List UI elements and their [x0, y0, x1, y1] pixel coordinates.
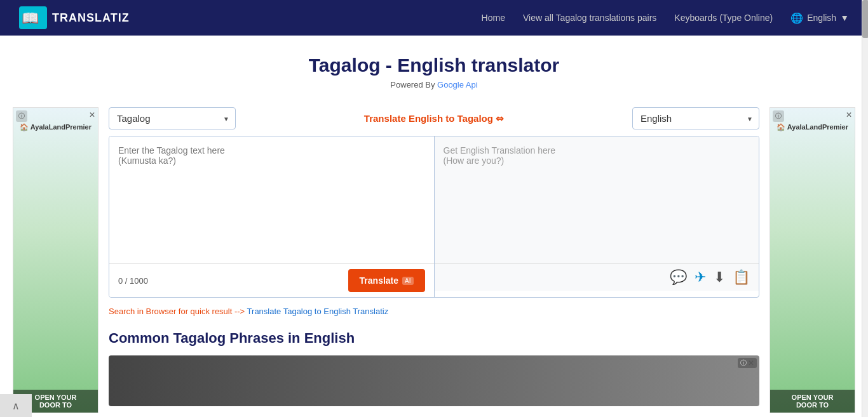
target-area: Get English Translation here(How are you…: [435, 136, 759, 297]
right-ad-text: OPEN YOURDOOR TO: [770, 390, 855, 413]
search-prompt: Search in Browser for quick result --> T…: [109, 307, 759, 316]
source-text-input[interactable]: [109, 136, 434, 263]
translate-button[interactable]: Translate AI: [348, 269, 425, 292]
svg-text:📖: 📖: [22, 10, 39, 27]
common-phrases-title: Common Tagalog Phrases in English: [109, 330, 759, 347]
whatsapp-share-icon[interactable]: 💬: [670, 269, 687, 286]
translator-wrapper: Tagalog English Spanish French Translate…: [98, 107, 770, 406]
telegram-share-icon[interactable]: ✈: [695, 269, 706, 286]
main-content: Tagalog - English translator Powered By …: [0, 36, 868, 417]
source-language-select[interactable]: Tagalog English Spanish French: [109, 107, 236, 129]
right-ad-close-icon[interactable]: ✕: [846, 110, 852, 119]
left-ad-logo: 🏠 AyalaLandPremier: [20, 123, 92, 131]
nav-tagalog-pairs[interactable]: View all Tagalog translations pairs: [523, 13, 656, 23]
nav-links: Home View all Tagalog translations pairs…: [482, 12, 849, 24]
nav-keyboards[interactable]: Keyboards (Type Online): [674, 13, 773, 23]
back-to-top-button[interactable]: ∧: [0, 394, 32, 417]
scrollbar[interactable]: [862, 0, 868, 417]
left-ad-close-icon[interactable]: ✕: [89, 110, 95, 119]
right-ad-info-icon: ⓘ: [775, 112, 782, 121]
target-footer: 💬 ✈ ⬇ 📋: [435, 263, 759, 291]
target-lang-wrapper: English Tagalog Spanish French: [632, 107, 759, 129]
target-language-select[interactable]: English Tagalog Spanish French: [632, 107, 759, 129]
source-lang-wrapper: Tagalog English Spanish French: [109, 107, 236, 129]
target-text-output: Get English Translation here(How are you…: [435, 136, 759, 263]
nav-language-label: English: [807, 13, 836, 23]
right-ad-inner: 🏠 AyalaLandPremier OPEN YOURDOOR TO: [770, 108, 855, 413]
phrases-ad: ⓘ ✕: [109, 355, 759, 406]
phrases-ad-badge: ⓘ ✕: [738, 358, 757, 368]
phrases-ad-info-icon: ⓘ: [740, 359, 747, 367]
page-title: Tagalog - English translator: [13, 55, 855, 76]
copy-icon[interactable]: 📋: [733, 269, 750, 286]
google-api-link[interactable]: Google Api: [437, 80, 478, 89]
translate-button-label: Translate: [360, 275, 398, 286]
target-placeholder: Get English Translation here(How are you…: [444, 145, 556, 166]
source-footer: 0 / 1000 Translate AI: [109, 263, 434, 297]
language-bar: Tagalog English Spanish French Translate…: [109, 107, 759, 129]
search-prompt-text: Search in Browser for quick result -->: [109, 307, 247, 316]
left-ad-info-icon: ⓘ: [18, 112, 25, 121]
right-ad-panel: ⓘ ✕ 🏠 AyalaLandPremier OPEN YOURDOOR TO: [770, 107, 855, 413]
left-ad-inner: 🏠 AyalaLandPremier OPEN YOURDOOR TO: [13, 108, 98, 413]
brand-link[interactable]: 📖 TRANSLATIZ: [19, 6, 130, 29]
translate-direction-label: Translate English to Tagalog ⇔: [236, 113, 632, 124]
phrases-ad-close-icon[interactable]: ✕: [748, 359, 754, 367]
content-with-ads: ⓘ ✕ 🏠 AyalaLandPremier OPEN YOURDOOR TO …: [13, 107, 855, 413]
text-areas: 0 / 1000 Translate AI Get English Transl…: [109, 136, 759, 298]
navbar: 📖 TRANSLATIZ Home View all Tagalog trans…: [0, 0, 868, 36]
right-ad-logo: 🏠 AyalaLandPremier: [776, 123, 848, 131]
brand-logo-icon: 📖: [19, 6, 47, 29]
left-ad-badge: ⓘ: [16, 110, 27, 122]
dropdown-arrow-icon: ▼: [840, 13, 849, 23]
download-icon[interactable]: ⬇: [714, 269, 725, 286]
phrases-ad-inner: [109, 355, 759, 406]
scrollbar-thumb[interactable]: [862, 0, 868, 38]
powered-by: Powered By Google Api: [13, 80, 855, 89]
nav-home[interactable]: Home: [482, 13, 505, 23]
source-area: 0 / 1000 Translate AI: [109, 136, 435, 297]
right-ad-badge: ⓘ: [773, 110, 784, 122]
brand-name: TRANSLATIZ: [52, 11, 130, 25]
left-ad-panel: ⓘ ✕ 🏠 AyalaLandPremier OPEN YOURDOOR TO: [13, 107, 98, 413]
globe-icon: 🌐: [790, 12, 803, 24]
char-count: 0 / 1000: [118, 276, 148, 286]
back-to-top-icon: ∧: [12, 400, 20, 412]
search-prompt-link[interactable]: Translate Tagalog to English Translatiz: [247, 307, 389, 316]
language-selector[interactable]: 🌐 English ▼: [790, 12, 849, 24]
ai-badge: AI: [402, 277, 413, 285]
